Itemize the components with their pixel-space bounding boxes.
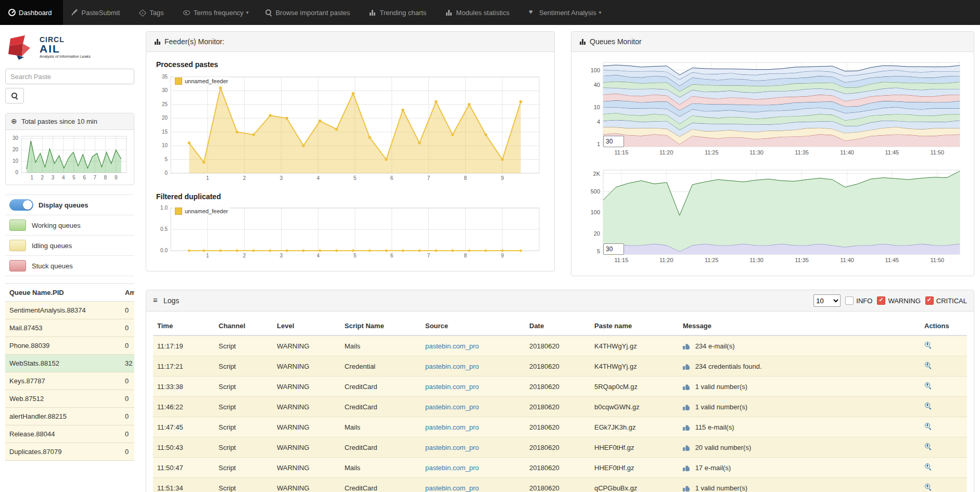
thumbs-up-icon: [683, 485, 690, 491]
logs-header-channel: Channel: [214, 317, 273, 335]
log-source-link[interactable]: pastebin.com_pro: [425, 342, 479, 350]
sidebar: CIRCL AIL Analysis of Information Leaks …: [5, 30, 134, 492]
queue-row[interactable]: alertHandler.88215 0: [5, 408, 134, 425]
queue-legend-item: Working queues: [5, 215, 134, 236]
search-plus-icon[interactable]: [924, 463, 932, 471]
log-row: 11:33:38 Script WARNING CreditCard paste…: [153, 377, 967, 397]
queues-panel-body: 14104010011:1511:2011:2511:3011:3511:401…: [571, 52, 974, 276]
svg-text:7: 7: [427, 253, 430, 258]
search-plus-icon[interactable]: [924, 402, 932, 410]
page-size-select[interactable]: 10: [813, 294, 841, 307]
search-plus-icon[interactable]: [924, 483, 932, 491]
svg-text:1: 1: [30, 175, 33, 180]
log-source-link[interactable]: pastebin.com_pro: [425, 383, 479, 391]
log-time: 11:50:47: [153, 458, 214, 478]
queue-row[interactable]: WebStats.88152 32: [5, 355, 134, 372]
svg-text:11:50: 11:50: [930, 257, 944, 263]
log-row: 11:50:47 Script WARNING Mails pastebin.c…: [153, 458, 967, 478]
total-pastes-panel: Total pastes since 10 min 01020301234567…: [5, 113, 134, 185]
svg-text:5: 5: [164, 157, 168, 162]
nav-item[interactable]: Tags: [131, 0, 174, 25]
nav-item[interactable]: Terms frequency ▾: [175, 0, 257, 25]
log-source-link[interactable]: pastebin.com_pro: [425, 464, 479, 472]
nav-item[interactable]: Modules statistics: [437, 0, 520, 25]
search-plus-icon[interactable]: [924, 422, 932, 430]
logs-title-group: Logs: [153, 296, 179, 305]
filter-label: INFO: [856, 297, 872, 305]
ail-dashboard-screen: Dashboard PasteSubmit Tags Terms frequen…: [0, 0, 980, 492]
queue-amount: 0: [121, 302, 134, 319]
search-paste-input[interactable]: [5, 69, 134, 84]
queue-row[interactable]: Mail.87453 0: [5, 319, 134, 337]
log-source-link[interactable]: pastebin.com_pro: [425, 403, 479, 411]
log-level-filter[interactable]: WARNING: [877, 296, 920, 305]
queue-amount: 0: [121, 337, 134, 355]
display-queues-toggle[interactable]: [9, 199, 33, 211]
feeder-panel-header: Feeder(s) Monitor:: [146, 32, 554, 52]
queue-status-swatch: [9, 240, 26, 251]
circl-logo-mark: [6, 34, 35, 60]
svg-text:5: 5: [72, 175, 75, 180]
queues-in-chart: 14104010011:1511:2011:2511:3011:3511:401…: [581, 59, 964, 158]
search-plus-icon[interactable]: [924, 382, 932, 390]
svg-text:11:25: 11:25: [705, 149, 719, 156]
queue-name: WebStats.88152: [5, 355, 121, 372]
edit-icon: [71, 9, 79, 16]
queue-row[interactable]: Duplicates.87079 0: [5, 443, 134, 461]
svg-text:11:15: 11:15: [615, 149, 629, 156]
nav-item[interactable]: Trending charts: [361, 0, 437, 25]
search-plus-icon[interactable]: [924, 443, 932, 450]
list-icon: [153, 297, 160, 304]
nav-item-label: Browse important pastes: [275, 9, 350, 17]
queue-row[interactable]: Release.88044 0: [5, 425, 134, 443]
log-source-link[interactable]: pastebin.com_pro: [425, 362, 479, 370]
search-plus-icon[interactable]: [924, 361, 932, 369]
log-date: 20180620: [525, 458, 590, 478]
log-message: 20 valid number(s): [695, 444, 752, 451]
log-channel: Script: [214, 356, 273, 377]
nav-item[interactable]: Dashboard: [0, 0, 63, 25]
nav-item[interactable]: Browse important pastes: [257, 0, 361, 25]
refresh-interval-input[interactable]: [603, 243, 624, 255]
queue-row[interactable]: Web.87512 0: [5, 390, 134, 408]
legend-label: unnamed_feeder: [185, 208, 228, 214]
svg-text:4: 4: [597, 119, 600, 125]
total-pastes-header: Total pastes since 10 min: [6, 113, 134, 130]
checkbox-icon[interactable]: [925, 296, 934, 305]
logs-header-source: Source: [421, 317, 525, 335]
queue-row[interactable]: SentimentAnalysis.88374 0: [5, 302, 134, 319]
svg-text:11:30: 11:30: [749, 149, 763, 156]
logo-subtitle: Analysis of Information Leaks: [40, 55, 91, 59]
nav-item-label: Terms frequency: [194, 9, 244, 17]
svg-text:11:40: 11:40: [840, 149, 854, 156]
legend-label: unnamed_feeder: [185, 78, 228, 84]
svg-text:8: 8: [464, 175, 467, 181]
search-plus-icon[interactable]: [924, 341, 932, 349]
logs-header-row: Time Channel Level Script Name Source Da…: [153, 317, 967, 335]
log-source-link[interactable]: pastebin.com_pro: [425, 444, 479, 451]
refresh-interval-input[interactable]: [603, 136, 624, 147]
queue-name: Keys.87787: [5, 372, 121, 390]
queue-row[interactable]: Keys.87787 0: [5, 372, 134, 390]
thumbs-up-icon: [683, 424, 690, 431]
circl-ail-logo: CIRCL AIL Analysis of Information Leaks: [6, 34, 134, 60]
log-source-link[interactable]: pastebin.com_pro: [425, 423, 479, 431]
queue-name: Duplicates.87079: [5, 443, 121, 461]
log-message: 1 valid number(s): [695, 403, 747, 411]
queue-name: alertHandler.88215: [5, 408, 121, 425]
svg-text:30: 30: [12, 135, 19, 141]
search-paste-button[interactable]: [5, 88, 24, 103]
nav-item-label: Modules statistics: [456, 9, 510, 17]
queue-table-header-amount: Amount: [121, 284, 134, 302]
bar-chart-icon: [579, 38, 587, 45]
log-source-link[interactable]: pastebin.com_pro: [425, 484, 479, 492]
queue-row[interactable]: Phone.88039 0: [5, 337, 134, 355]
checkbox-icon[interactable]: [877, 296, 885, 305]
svg-text:5: 5: [353, 175, 357, 181]
nav-item[interactable]: PasteSubmit: [63, 0, 131, 25]
log-level-filter[interactable]: CRITICAL: [925, 296, 967, 305]
nav-item[interactable]: Sentiment Analysis ▾: [520, 0, 609, 25]
checkbox-icon[interactable]: [845, 296, 854, 305]
heart-icon: [529, 9, 536, 16]
log-level-filter[interactable]: INFO: [845, 296, 872, 305]
